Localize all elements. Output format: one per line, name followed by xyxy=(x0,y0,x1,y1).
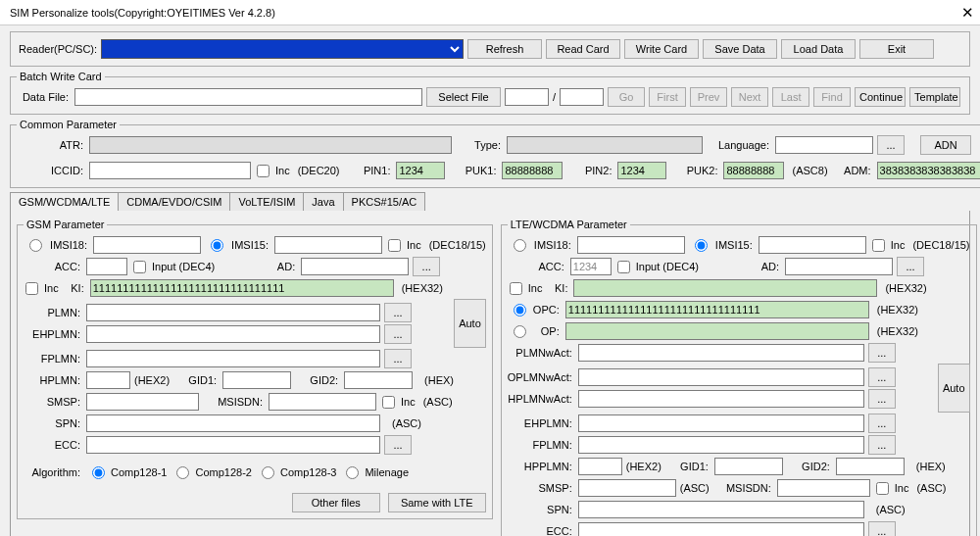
lte-hplmnwact-input[interactable] xyxy=(578,390,864,408)
lte-opc-radio[interactable] xyxy=(514,304,526,317)
language-dots-button[interactable]: ... xyxy=(877,135,905,155)
lte-op-input[interactable] xyxy=(565,322,869,340)
lte-plmnwact-dots-button[interactable]: ... xyxy=(868,343,896,363)
gsm-gid2-input[interactable] xyxy=(344,371,413,389)
gsm-spn-input[interactable] xyxy=(86,414,380,432)
adn-button[interactable]: ADN xyxy=(920,135,971,155)
prev-button[interactable]: Prev xyxy=(690,87,727,107)
select-file-button[interactable]: Select File xyxy=(426,87,501,107)
gsm-acc-input[interactable] xyxy=(86,258,127,275)
data-file-input[interactable] xyxy=(74,88,422,106)
gsm-plmn-input[interactable] xyxy=(86,304,380,321)
lte-ecc-dots-button[interactable]: ... xyxy=(868,521,896,536)
gsm-alg-milenage-radio[interactable] xyxy=(346,466,359,479)
tab-cdma-evdo-csim[interactable]: CDMA/EVDO/CSIM xyxy=(118,192,230,211)
batch-pos-input[interactable] xyxy=(505,88,549,106)
gsm-imsi15-input[interactable] xyxy=(274,236,382,254)
iccid-inc-checkbox[interactable] xyxy=(257,165,270,177)
gsm-hplmn-input[interactable] xyxy=(86,371,130,389)
gsm-gid1-input[interactable] xyxy=(222,371,291,389)
gsm-imsi18-input[interactable] xyxy=(93,236,201,254)
go-button[interactable]: Go xyxy=(608,87,645,107)
gsm-alg-comp128-3-radio[interactable] xyxy=(262,466,274,479)
lte-ecc-input[interactable] xyxy=(578,522,864,536)
lte-ki-inc-checkbox[interactable] xyxy=(510,282,522,295)
lte-gid1-input[interactable] xyxy=(714,458,783,475)
lte-ehplmn-input[interactable] xyxy=(578,414,864,432)
lte-opc-input[interactable] xyxy=(565,301,869,318)
gsm-fplmn-input[interactable] xyxy=(86,350,380,367)
lte-oplmnwact-dots-button[interactable]: ... xyxy=(868,367,896,387)
gsm-other-files-button[interactable]: Other files xyxy=(292,493,380,512)
tab-volte-isim[interactable]: VoLTE/ISIM xyxy=(229,192,304,211)
next-button[interactable]: Next xyxy=(731,87,768,107)
write-card-button[interactable]: Write Card xyxy=(624,39,699,59)
gsm-input-dec4-checkbox[interactable] xyxy=(133,261,146,273)
lte-imsi-inc-checkbox[interactable] xyxy=(872,239,885,252)
lte-fplmn-input[interactable] xyxy=(578,436,864,454)
refresh-button[interactable]: Refresh xyxy=(467,39,542,59)
lte-msisdn-input[interactable] xyxy=(777,479,870,497)
exit-button[interactable]: Exit xyxy=(859,39,934,59)
gsm-ecc-input[interactable] xyxy=(86,436,380,454)
gsm-ehplmn-input[interactable] xyxy=(86,325,380,343)
lte-ehplmn-dots-button[interactable]: ... xyxy=(868,414,896,433)
gsm-smsp-input[interactable] xyxy=(86,393,199,411)
language-input[interactable] xyxy=(775,136,873,154)
lte-acc-input[interactable] xyxy=(570,258,612,275)
lte-imsi18-radio[interactable] xyxy=(514,239,526,252)
save-data-button[interactable]: Save Data xyxy=(703,39,777,59)
lte-fplmn-dots-button[interactable]: ... xyxy=(868,435,896,455)
lte-oplmnwact-input[interactable] xyxy=(578,368,864,386)
tab-java[interactable]: Java xyxy=(303,192,343,211)
lte-msisdn-inc-checkbox[interactable] xyxy=(876,482,889,495)
gsm-imsi15-radio[interactable] xyxy=(211,239,223,252)
lte-ki-input[interactable] xyxy=(573,279,877,297)
puk2-input[interactable] xyxy=(723,162,784,179)
gsm-ad-dots-button[interactable]: ... xyxy=(413,257,440,276)
tab-gsm-wcdma-lte[interactable]: GSM/WCDMA/LTE xyxy=(10,192,119,211)
continue-button[interactable]: Continue xyxy=(855,87,906,107)
gsm-imsi-inc-checkbox[interactable] xyxy=(388,239,401,252)
lte-gid2-input[interactable] xyxy=(836,458,905,475)
pin2-input[interactable] xyxy=(617,162,666,179)
tab-pkcs15-ac[interactable]: PKCS#15/AC xyxy=(343,192,426,211)
lte-imsi15-input[interactable] xyxy=(759,236,866,254)
gsm-ecc-dots-button[interactable]: ... xyxy=(384,435,412,455)
lte-op-radio[interactable] xyxy=(514,325,526,338)
lte-hplmnwact-dots-button[interactable]: ... xyxy=(868,389,896,409)
batch-total-input[interactable] xyxy=(560,88,604,106)
puk1-input[interactable] xyxy=(502,162,563,179)
lte-ad-dots-button[interactable]: ... xyxy=(897,257,924,276)
adm-input[interactable] xyxy=(877,162,980,179)
last-button[interactable]: Last xyxy=(772,87,809,107)
lte-auto-button[interactable]: Auto xyxy=(938,364,970,413)
gsm-fplmn-dots-button[interactable]: ... xyxy=(384,349,412,368)
lte-hpplmn-input[interactable] xyxy=(578,458,622,475)
lte-input-dec4-checkbox[interactable] xyxy=(617,261,630,273)
lte-plmnwact-input[interactable] xyxy=(578,344,864,362)
lte-smsp-input[interactable] xyxy=(578,479,676,497)
lte-imsi15-radio[interactable] xyxy=(695,239,708,252)
gsm-plmn-dots-button[interactable]: ... xyxy=(384,303,412,322)
gsm-imsi18-radio[interactable] xyxy=(29,239,42,252)
close-icon[interactable]: ✕ xyxy=(961,4,974,22)
pin1-input[interactable] xyxy=(396,162,445,179)
lte-imsi18-input[interactable] xyxy=(577,236,685,254)
gsm-msisdn-input[interactable] xyxy=(269,393,376,411)
gsm-ki-input[interactable] xyxy=(90,279,394,297)
find-button[interactable]: Find xyxy=(813,87,851,107)
read-card-button[interactable]: Read Card xyxy=(546,39,620,59)
lte-spn-input[interactable] xyxy=(578,501,864,518)
lte-ad-input[interactable] xyxy=(785,258,893,275)
template-button[interactable]: Template xyxy=(909,87,960,107)
gsm-ki-inc-checkbox[interactable] xyxy=(25,282,38,295)
first-button[interactable]: First xyxy=(649,87,686,107)
reader-select[interactable] xyxy=(101,39,464,59)
gsm-same-with-lte-button[interactable]: Same with LTE xyxy=(388,493,486,512)
gsm-ad-input[interactable] xyxy=(301,258,409,275)
gsm-alg-comp128-1-radio[interactable] xyxy=(92,466,105,479)
gsm-alg-comp128-2-radio[interactable] xyxy=(176,466,189,479)
gsm-auto-button[interactable]: Auto xyxy=(454,299,486,348)
iccid-input[interactable] xyxy=(89,162,251,179)
